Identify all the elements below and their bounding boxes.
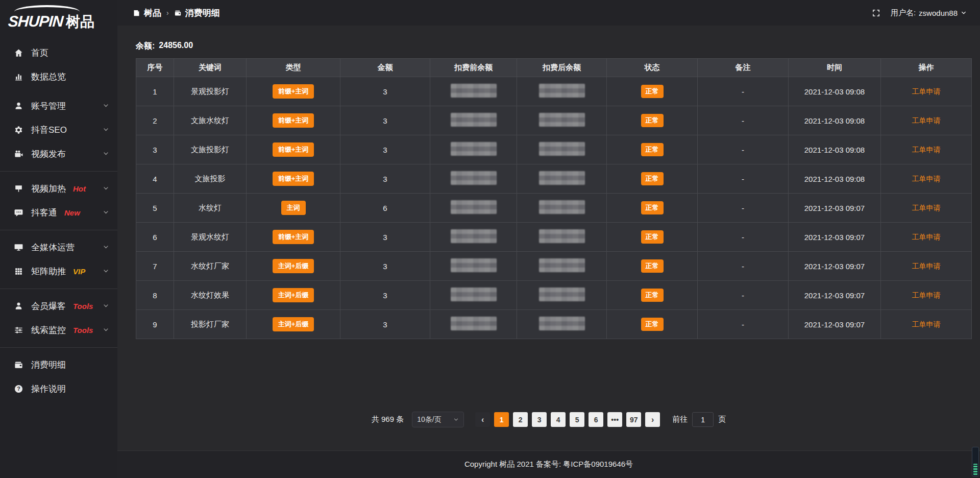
table-row: 3 文旅投影灯 前缀+主词 3 正常 - 2021-12-03 09:08 工单… [136, 135, 972, 164]
redacted-balance-after [539, 258, 585, 272]
page-number-button[interactable]: 1 [494, 412, 509, 427]
work-order-link[interactable]: 工单申请 [912, 262, 941, 270]
cell-balance-after [517, 106, 607, 135]
work-order-link[interactable]: 工单申请 [912, 175, 941, 183]
sidebar-item-label: 消费明细 [31, 359, 66, 371]
sidebar-item-label: 线索监控 [31, 324, 66, 336]
sidebar-divider [0, 289, 117, 289]
sidebar-item[interactable]: 线索监控 Tools [0, 318, 117, 342]
cell-time: 2021-12-03 09:07 [789, 252, 881, 281]
sidebar-item-label: 抖音SEO [31, 124, 67, 136]
cell-seq: 1 [136, 77, 174, 106]
sidebar-item[interactable]: 账号管理 [0, 94, 117, 118]
sidebar-item[interactable]: 首页 [0, 41, 117, 65]
sidebar-item[interactable]: 视频加热 Hot [0, 177, 117, 201]
type-badge: 前缀+主词 [273, 84, 314, 99]
cell-balance-after [517, 164, 607, 194]
sidebar-item-icon [13, 325, 23, 336]
cell-balance-after [517, 135, 607, 164]
goto-page-input[interactable]: 1 [692, 412, 714, 427]
sidebar-item-icon [13, 125, 23, 135]
footer: Copyright 树品 2021 备案号: 粤ICP备09019646号 [117, 450, 980, 478]
breadcrumb-item[interactable]: 消费明细 [174, 7, 220, 19]
sidebar-item[interactable]: 会员爆客 Tools [0, 294, 117, 318]
fullscreen-icon[interactable] [872, 9, 880, 17]
user-menu[interactable]: 用户名: zswodun88 [891, 8, 967, 18]
cell-action: 工单申请 [881, 310, 972, 339]
work-order-link[interactable]: 工单申请 [912, 320, 941, 328]
sidebar-item-label: 操作说明 [31, 383, 66, 395]
cell-action: 工单申请 [881, 135, 972, 164]
work-order-link[interactable]: 工单申请 [912, 291, 941, 299]
cell-balance-before [430, 164, 517, 194]
type-badge: 主词+后缀 [273, 288, 314, 302]
cell-balance-before [430, 106, 517, 135]
sidebar-item[interactable]: 全媒体运营 [0, 235, 117, 259]
sidebar-item[interactable]: 数据总览 [0, 65, 117, 89]
sidebar-item-icon [13, 267, 23, 277]
work-order-link[interactable]: 工单申请 [912, 116, 941, 125]
cell-action: 工单申请 [881, 77, 972, 106]
redacted-balance-before [451, 229, 497, 243]
cell-action: 工单申请 [881, 223, 972, 252]
status-badge: 正常 [641, 230, 664, 244]
breadcrumb-item[interactable]: 树品 [133, 7, 161, 19]
status-badge: 正常 [641, 259, 664, 273]
page-number-button[interactable]: 5 [570, 412, 584, 427]
type-badge: 主词+后缀 [273, 259, 314, 273]
sidebar-item[interactable]: 抖客通 New [0, 201, 117, 225]
page-number-button[interactable]: 6 [589, 412, 603, 427]
next-page-button[interactable]: › [645, 412, 660, 427]
sidebar-item-icon: ? [13, 384, 23, 394]
cell-action: 工单申请 [881, 194, 972, 223]
sidebar-item-icon [13, 149, 23, 159]
page-number-button[interactable]: 4 [551, 412, 566, 427]
cell-status: 正常 [607, 281, 698, 310]
sidebar-item-icon [13, 301, 23, 312]
cell-amount: 3 [340, 77, 430, 106]
work-order-link[interactable]: 工单申请 [912, 204, 941, 212]
sidebar-item[interactable]: 视频发布 [0, 142, 117, 166]
cell-action: 工单申请 [881, 281, 972, 310]
page-number-button[interactable]: 2 [513, 412, 528, 427]
pagination: 共 969 条 10条/页 ‹ 1 2 3 4 [117, 412, 980, 427]
cell-remark: - [698, 194, 789, 223]
sidebar-divider [0, 171, 117, 172]
redacted-balance-before [451, 171, 497, 185]
sidebar-divider [0, 230, 117, 230]
cell-remark: - [698, 252, 789, 281]
cell-balance-before [430, 223, 517, 252]
sidebar-item[interactable]: 矩阵助推 VIP [0, 259, 117, 283]
page-number-button[interactable]: 97 [626, 412, 641, 427]
sidebar-item[interactable]: ? 操作说明 [0, 377, 117, 401]
cell-balance-after [517, 77, 607, 106]
cell-keyword: 水纹灯效果 [174, 281, 247, 310]
sidebar-item-label: 矩阵助推 [31, 266, 66, 277]
cell-status: 正常 [607, 310, 698, 339]
work-order-link[interactable]: 工单申请 [912, 87, 941, 95]
sidebar-item-tag: Hot [73, 184, 86, 193]
work-order-link[interactable]: 工单申请 [912, 233, 941, 241]
prev-page-button[interactable]: ‹ [475, 412, 490, 427]
work-order-link[interactable]: 工单申请 [912, 146, 941, 154]
page-number-button[interactable]: ••• [607, 412, 622, 427]
breadcrumb-separator: › [166, 9, 169, 17]
page-number-button[interactable]: 3 [532, 412, 547, 427]
redacted-balance-after [539, 229, 585, 243]
content: 余额: 24856.00 序号关键词类型金额扣费前余额扣费后余额状态备注时间操作 [117, 26, 980, 478]
table-header-row: 序号关键词类型金额扣费前余额扣费后余额状态备注时间操作 [136, 59, 972, 77]
cell-action: 工单申请 [881, 106, 972, 135]
status-badge: 正常 [641, 201, 664, 214]
chevron-down-icon [103, 184, 109, 194]
sidebar-item-icon [13, 184, 23, 194]
page-size-select[interactable]: 10条/页 [412, 412, 464, 427]
sidebar-item-label: 视频发布 [31, 148, 66, 160]
cell-remark: - [698, 281, 789, 310]
type-badge: 主词 [281, 201, 306, 215]
sidebar-item-icon [13, 208, 23, 218]
type-badge: 前缀+主词 [273, 113, 314, 128]
sidebar-item[interactable]: 消费明细 [0, 353, 117, 377]
table-row: 6 景观水纹灯 前缀+主词 3 正常 - 2021-12-03 09:07 工单… [136, 223, 972, 252]
sidebar-item[interactable]: 抖音SEO [0, 118, 117, 142]
cell-seq: 5 [136, 194, 174, 223]
